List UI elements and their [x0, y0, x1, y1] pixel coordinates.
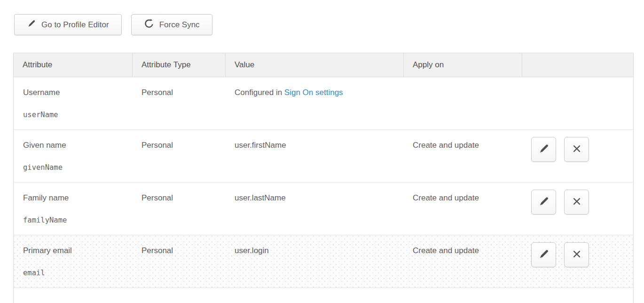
table-footer-spacer: [14, 288, 633, 303]
go-to-profile-editor-label: Go to Profile Editor: [41, 20, 109, 30]
edit-attribute-button[interactable]: [531, 190, 556, 215]
table-body: Username userName Personal Configured in…: [14, 77, 633, 288]
attribute-code: email: [23, 267, 127, 279]
remove-attribute-button[interactable]: [564, 190, 589, 215]
attribute-type: Personal: [141, 193, 173, 202]
force-sync-label: Force Sync: [159, 20, 200, 30]
attribute-type: Personal: [141, 246, 173, 255]
attribute-type: Personal: [141, 88, 173, 97]
table-row: Family name familyName Personal user.las…: [14, 183, 633, 235]
x-icon: [572, 196, 582, 208]
pencil-icon: [538, 196, 550, 208]
table-row: Given name givenName Personal user.first…: [14, 130, 633, 183]
attribute-code: userName: [23, 109, 127, 120]
attribute-type: Personal: [141, 141, 173, 150]
column-header-attribute: Attribute: [14, 53, 132, 77]
attribute-label: Family name: [23, 192, 127, 204]
attribute-code: givenName: [23, 162, 127, 173]
column-header-attribute-type: Attribute Type: [132, 53, 225, 77]
pencil-icon: [27, 19, 36, 31]
go-to-profile-editor-button[interactable]: Go to Profile Editor: [14, 14, 122, 35]
attribute-value: user.lastName: [235, 193, 286, 202]
attribute-label: Primary email: [23, 245, 127, 256]
x-icon: [572, 249, 582, 261]
attribute-value: user.firstName: [235, 141, 286, 150]
attribute-label: Username: [23, 87, 127, 98]
pencil-icon: [538, 143, 550, 156]
apply-on-value: Create and update: [413, 193, 479, 202]
attribute-value: user.login: [235, 246, 269, 255]
page: Go to Profile Editor Force Sync Attribut…: [0, 0, 644, 303]
edit-attribute-button[interactable]: [531, 242, 556, 267]
attribute-code: familyName: [23, 215, 127, 226]
remove-attribute-button[interactable]: [564, 242, 589, 267]
x-icon: [572, 144, 582, 155]
table-header-row: Attribute Attribute Type Value Apply on: [14, 53, 633, 77]
column-header-value: Value: [225, 53, 403, 77]
refresh-icon: [144, 18, 154, 31]
force-sync-button[interactable]: Force Sync: [131, 14, 212, 35]
attribute-mapping-table: Attribute Attribute Type Value Apply on …: [13, 53, 634, 303]
toolbar: Go to Profile Editor Force Sync: [14, 14, 212, 35]
attribute-label: Given name: [23, 140, 127, 151]
table-row: Username userName Personal Configured in…: [14, 77, 633, 130]
table-row: Primary email email Personal user.login …: [14, 235, 633, 288]
attribute-value: Configured in: [235, 88, 284, 97]
column-header-actions: [522, 53, 633, 77]
sign-on-settings-link[interactable]: Sign On settings: [284, 88, 343, 97]
remove-attribute-button[interactable]: [564, 137, 589, 162]
apply-on-value: Create and update: [413, 141, 479, 150]
pencil-icon: [538, 248, 550, 261]
apply-on-value: Create and update: [413, 246, 479, 255]
edit-attribute-button[interactable]: [531, 137, 556, 162]
column-header-apply-on: Apply on: [403, 53, 522, 77]
